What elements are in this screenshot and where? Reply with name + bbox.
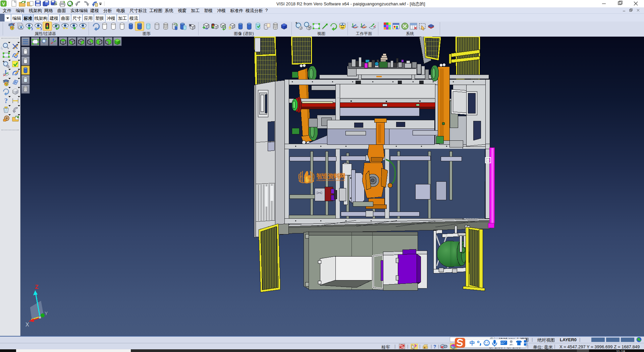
svg-text:V: V: [2, 1, 5, 6]
svg-text:Z: Z: [35, 284, 38, 290]
svg-text:X: X: [25, 322, 29, 327]
svg-text:?: ?: [4, 97, 8, 104]
svg-text:智造资料网: 智造资料网: [316, 173, 345, 180]
svg-text:中: 中: [470, 340, 475, 346]
svg-text:Y: Y: [45, 311, 48, 316]
svg-text:INTELLIGENT MANUFACTURING DATA: INTELLIGENT MANUFACTURING DATA: [316, 179, 345, 181]
